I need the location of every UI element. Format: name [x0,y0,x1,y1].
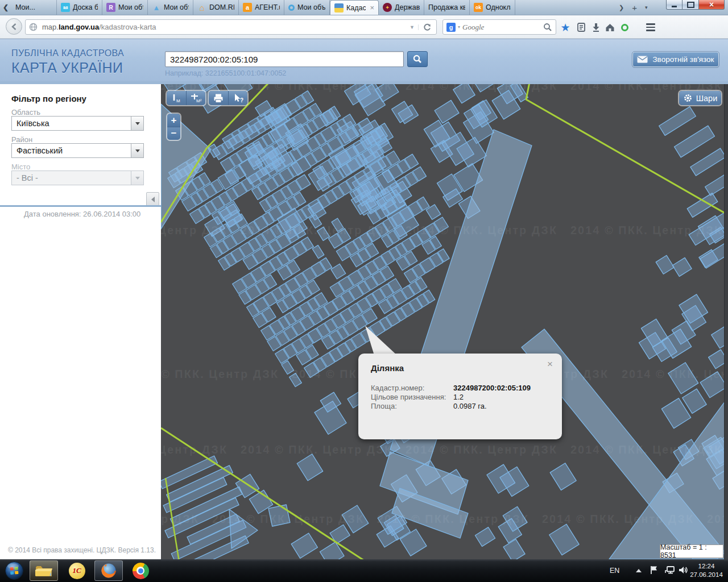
browser-search-box[interactable]: ▾ [442,19,556,35]
district-select[interactable]: Фастівський [11,143,144,158]
filter-sidebar: Фільтр по регіону Область Київська Район… [0,81,161,559]
tab-2[interactable]: Мои объ... [102,0,148,15]
svg-text:2014 © ПКК. Центр ДЗК: 2014 © ПКК. Центр ДЗК [161,224,228,236]
identify-help-button[interactable]: ? [228,91,247,105]
cadastral-map[interactable]: 2014 © ПКК. Центр ДЗК2014 © ПКК. Центр Д… [161,81,724,559]
taskbar-firefox-active[interactable] [94,560,123,581]
tab-scroll-left-icon[interactable]: ❮ [0,0,11,15]
measure-length-button[interactable]: M [167,91,186,105]
url-dropdown-icon[interactable]: ▼ [406,24,419,30]
arrow-favicon [152,3,161,12]
svg-text:2014 © ПКК. Центр ДЗК: 2014 © ПКК. Центр ДЗК [161,513,199,525]
chevron-down-icon[interactable] [131,117,143,130]
tab-5[interactable]: АГЕНТ.u... [239,0,284,15]
clock[interactable]: 12:24 27.06.2014 [688,562,725,579]
globe-icon [29,23,38,31]
layers-control: Шари [678,90,722,106]
svg-text:М²: М² [196,98,202,103]
svg-text:2014 © ПКК. Центр ДЗК: 2014 © ПКК. Центр ДЗК [542,513,694,525]
date-text: 27.06.2014 [688,571,725,579]
svg-text:2014 © ПКК. Центр ДЗК: 2014 © ПКК. Центр ДЗК [161,368,279,380]
taskbar-1c[interactable] [63,560,91,581]
tab-8[interactable]: Державн... [379,0,424,15]
chevron-down-icon[interactable] [131,144,143,157]
map-scrollbar[interactable] [724,81,728,559]
url-bar[interactable]: map.land.gov.ua/kadastrova-karta ▼ [25,19,437,35]
layers-button[interactable]: Шари [679,91,721,105]
region-label: Область [11,108,40,117]
ok-favicon [474,3,483,12]
feedback-button[interactable]: Зворотній зв'язок [632,52,719,67]
svg-text:2014 © ПКК. Центр ДЗК: 2014 © ПКК. Центр ДЗК [212,513,364,525]
popup-row-purpose: Цільове призначення:1.2 [371,393,553,402]
close-button[interactable] [698,0,725,10]
browser-search-input[interactable] [462,23,541,32]
start-button[interactable] [3,560,25,581]
downloads-icon[interactable] [589,20,603,34]
tab-1[interactable]: Доска бе... [57,0,102,15]
measure-toolbar: M М² [166,90,206,106]
svg-text:2014 © ПКК. Центр ДЗК: 2014 © ПКК. Центр ДЗК [707,513,724,525]
network-icon[interactable] [664,565,676,577]
action-center-flag-icon[interactable] [650,565,659,577]
svg-text:2014 © ПКК. Центр ДЗК: 2014 © ПКК. Центр ДЗК [241,224,392,236]
zoom-in-button[interactable]: + [167,114,180,127]
emblem-favicon [383,3,392,12]
desktop: ❮ Мои... Доска бе... Мои объ... Мои объ.… [0,0,728,582]
windows-taskbar: EN 12:24 27.06.2014 [0,559,728,582]
taskbar-chrome[interactable] [126,560,155,581]
google-icon[interactable] [446,23,456,32]
zoom-out-button[interactable]: − [167,127,180,140]
svg-text:2014 © ПКК. Центр ДЗК: 2014 © ПКК. Центр ДЗК [570,224,722,236]
firefox-icon [100,562,117,579]
addon-ring-icon[interactable] [618,20,631,34]
menu-hamburger-icon[interactable] [644,20,657,34]
cadastral-search-button[interactable] [407,51,428,67]
sidebar-collapse-button[interactable] [146,192,159,206]
tab-9[interactable]: Продажа ква... [424,0,470,15]
site-logo: ПУБЛІЧНА КАДАСТРОВА КАРТА УКРАЇНИ [11,48,124,76]
taskbar-explorer[interactable] [30,560,58,581]
volume-icon[interactable] [678,565,688,577]
ildi-favicon [61,3,70,12]
cadastral-number-input[interactable] [165,51,404,67]
search-magnifier-icon[interactable] [543,23,552,32]
print-button[interactable] [209,91,228,105]
bookmark-star-icon[interactable]: ★ [559,20,572,34]
tab-10[interactable]: Однокла... [470,0,515,15]
language-indicator[interactable]: EN [610,567,619,575]
agent-favicon [243,3,252,12]
window-controls [666,0,725,10]
r-favicon [106,3,115,12]
envelope-icon [637,56,648,63]
reload-icon[interactable] [419,23,433,32]
minimize-button[interactable] [666,0,682,10]
tab-3[interactable]: Мои объ... [148,0,193,15]
hidden-icons-chevron-icon[interactable] [636,569,642,572]
measure-area-button[interactable]: М² [186,91,205,105]
browser-nav-bar: map.land.gov.ua/kadastrova-karta ▼ ▾ ★ [0,15,728,39]
tab-6[interactable]: Мои объ... [284,0,330,15]
search-engine-caret-icon[interactable]: ▾ [458,24,460,30]
time-text: 12:24 [688,562,725,571]
list-tabs-icon[interactable]: ▾ [645,5,648,10]
tab-0[interactable]: Мои... [11,0,57,15]
city-select: - Всі - [11,171,144,185]
region-select[interactable]: Київська [11,116,144,131]
data-updated-text: Дата оновлення: 26.06.2014 03:00 [24,210,140,218]
map-canvas[interactable]: 2014 © ПКК. Центр ДЗК2014 © ПКК. Центр Д… [161,81,724,559]
maximize-button[interactable] [682,0,698,10]
chevron-down-icon [131,171,143,185]
back-button[interactable] [6,18,22,35]
magnifier-icon [412,54,423,64]
svg-text:?: ? [240,97,243,103]
tab-scroll-right-icon[interactable]: ❯ [619,4,624,11]
popup-close-icon[interactable]: × [547,359,553,370]
tab-4[interactable]: DOM.RIA... [193,0,239,15]
tab-active-cadastral[interactable]: Кадас...× [330,0,379,15]
bookmarks-panel-icon[interactable] [574,20,588,34]
home-icon[interactable] [603,20,617,34]
new-tab-button[interactable]: + [632,3,637,13]
svg-text:2014 © ПКК. Центр ДЗК: 2014 © ПКК. Центр ДЗК [570,443,722,456]
tab-close-icon[interactable]: × [370,3,374,12]
